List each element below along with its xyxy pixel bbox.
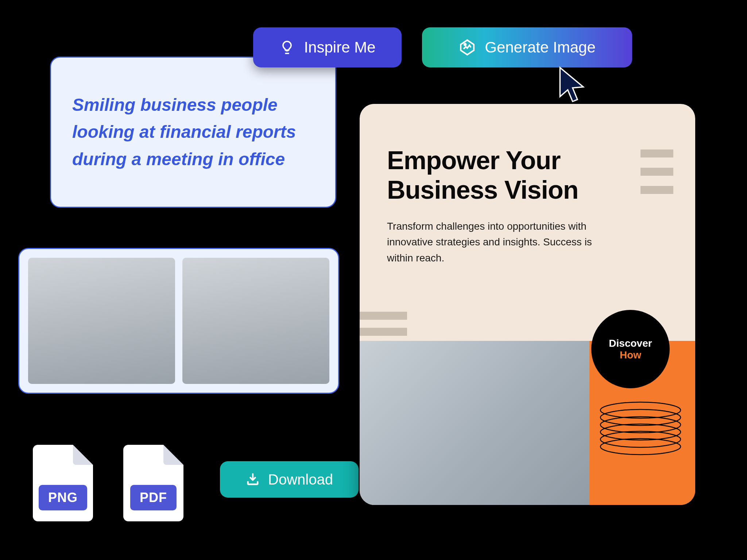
png-file-icon[interactable]: PNG	[33, 445, 93, 521]
svg-point-2	[600, 402, 681, 418]
svg-point-1	[464, 44, 466, 46]
lightbulb-icon	[279, 39, 295, 55]
design-preview-card[interactable]: Empower Your Business Vision Transform c…	[360, 104, 695, 505]
decorative-lines-top	[640, 149, 673, 194]
download-icon	[245, 472, 260, 487]
generated-image-2[interactable]	[182, 258, 329, 384]
download-button[interactable]: Download	[220, 461, 359, 498]
prompt-text: Smiling business people looking at finan…	[72, 92, 314, 173]
svg-point-3	[600, 409, 681, 425]
svg-point-6	[600, 431, 681, 447]
pdf-badge: PDF	[130, 485, 177, 510]
prompt-input-box[interactable]: Smiling business people looking at finan…	[50, 57, 336, 208]
svg-point-5	[600, 424, 681, 440]
inspire-me-button[interactable]: Inspire Me	[253, 27, 402, 67]
design-subtitle: Transform challenges into opportunities …	[387, 218, 599, 266]
spiral-decoration-icon	[597, 388, 684, 461]
inspire-me-label: Inspire Me	[304, 39, 375, 56]
cta-line2: How	[620, 349, 641, 361]
svg-point-4	[600, 417, 681, 433]
design-title: Empower Your Business Vision	[387, 146, 668, 205]
cta-line1: Discover	[609, 338, 652, 349]
generated-image-1[interactable]	[28, 258, 175, 384]
generate-image-label: Generate Image	[485, 39, 596, 56]
png-badge: PNG	[39, 485, 87, 510]
download-label: Download	[268, 471, 333, 488]
svg-point-7	[600, 439, 681, 455]
discover-how-cta[interactable]: Discover How	[591, 310, 670, 388]
generated-images-gallery	[18, 248, 339, 394]
pdf-file-icon[interactable]: PDF	[123, 445, 183, 521]
generate-image-button[interactable]: Generate Image	[422, 27, 632, 67]
image-generate-icon	[458, 39, 476, 56]
cursor-icon	[558, 66, 589, 100]
